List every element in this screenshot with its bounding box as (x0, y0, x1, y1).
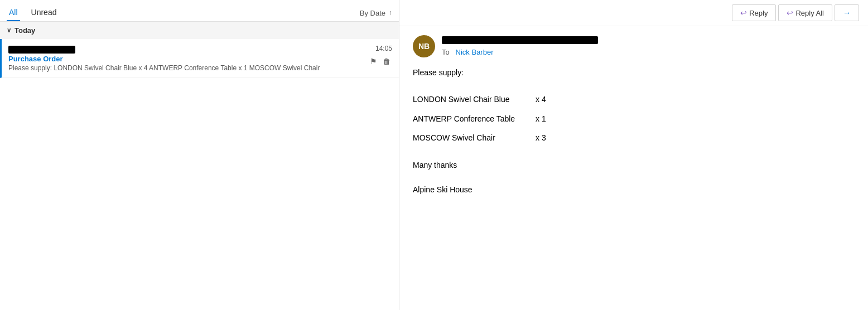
closing-text: Many thanks (413, 159, 855, 171)
reply-button[interactable]: ↩ Reply (732, 4, 776, 21)
email-body: Please supply: LONDON Swivel Chair Blue … (413, 66, 855, 196)
order-table: LONDON Swivel Chair Blue x 4 ANTWERP Con… (413, 90, 855, 147)
avatar: NB (413, 35, 435, 57)
email-from-row: NB To Nick Barber (413, 35, 855, 57)
group-header-today: ∨ Today (0, 22, 399, 39)
email-time: 14:05 (375, 45, 392, 52)
order-row: ANTWERP Conference Table x 1 (413, 109, 855, 128)
order-item-2-qty: x 1 (536, 113, 546, 125)
email-tabs-bar: All Unread By Date ↑ (0, 0, 399, 22)
order-item-3-qty: x 3 (536, 132, 546, 144)
group-label: Today (15, 26, 35, 35)
order-row: MOSCOW Swivel Chair x 3 (413, 128, 855, 147)
order-item-1-qty: x 4 (536, 93, 546, 105)
reply-label: Reply (749, 9, 768, 17)
forward-button[interactable]: → (835, 4, 859, 21)
email-actions: ⚑ 🗑 (368, 56, 392, 67)
sender-company: Alpine Ski House (413, 183, 855, 196)
sender-name-redacted (8, 46, 75, 54)
reply-all-button[interactable]: ↩ Reply All (778, 4, 832, 21)
delete-icon[interactable]: 🗑 (381, 56, 392, 67)
from-info: To Nick Barber (442, 36, 855, 56)
order-item-3-name: MOSCOW Swivel Chair (413, 132, 536, 144)
reply-icon: ↩ (740, 8, 747, 17)
sort-arrow: ↑ (389, 9, 392, 17)
email-preview: Please supply: LONDON Swivel Chair Blue … (8, 64, 359, 72)
greeting-text: Please supply: (413, 66, 855, 79)
email-list-panel: All Unread By Date ↑ ∨ Today Purchase Or… (0, 0, 399, 310)
from-name-redacted-bar (442, 36, 855, 48)
to-name: Nick Barber (456, 48, 494, 56)
email-detail-header: ↩ Reply ↩ Reply All → (399, 0, 868, 26)
sort-label: By Date (360, 9, 385, 17)
reply-all-icon: ↩ (787, 8, 793, 17)
tab-unread[interactable]: Unread (29, 4, 59, 21)
order-item-2-name: ANTWERP Conference Table (413, 113, 536, 125)
email-meta: 14:05 ⚑ 🗑 (359, 45, 392, 72)
sort-controls[interactable]: By Date ↑ (360, 9, 392, 17)
reply-all-label: Reply All (795, 9, 824, 17)
tabs-left: All Unread (7, 4, 59, 21)
group-chevron-icon: ∨ (7, 27, 11, 34)
email-item[interactable]: Purchase Order Please supply: LONDON Swi… (0, 39, 399, 78)
email-sender (8, 45, 359, 54)
email-detail-panel: ↩ Reply ↩ Reply All → NB To Nick Barber (399, 0, 868, 310)
from-to: To Nick Barber (442, 48, 855, 56)
order-item-1-name: LONDON Swivel Chair Blue (413, 93, 536, 105)
from-name-redacted (442, 36, 598, 44)
email-item-content: Purchase Order Please supply: LONDON Swi… (8, 45, 359, 72)
email-subject: Purchase Order (8, 55, 359, 63)
tab-all[interactable]: All (7, 4, 20, 21)
flag-icon[interactable]: ⚑ (368, 56, 379, 67)
forward-icon: → (843, 8, 851, 17)
to-label: To (442, 48, 450, 56)
order-row: LONDON Swivel Chair Blue x 4 (413, 90, 855, 109)
email-closing: Many thanks Alpine Ski House (413, 159, 855, 196)
email-detail-body: NB To Nick Barber Please supply: LONDON … (399, 26, 868, 310)
